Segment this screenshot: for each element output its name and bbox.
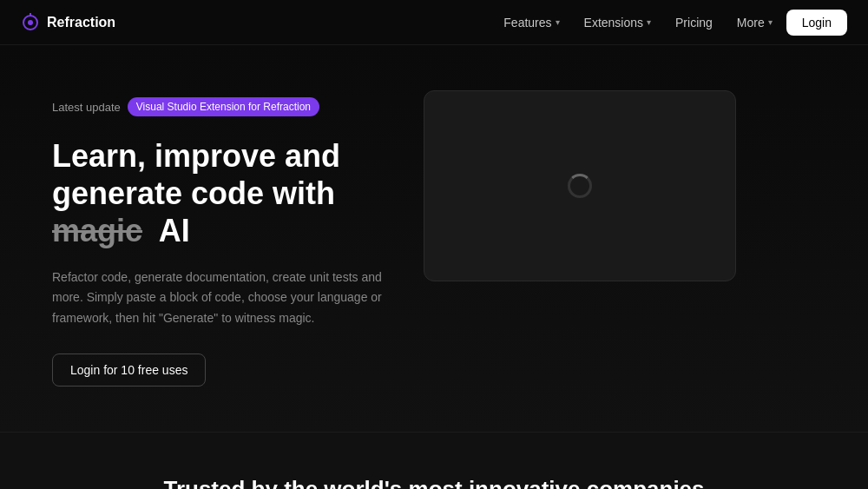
logo-icon [21,13,40,32]
trusted-section: Trusted by the world's most innovative c… [0,432,868,489]
loading-spinner [568,174,592,198]
hero-content: Latest update Visual Studio Extension fo… [52,90,382,387]
brand-name: Refraction [47,15,115,30]
chevron-down-icon: ▾ [768,17,773,27]
nav-extensions[interactable]: Extensions ▾ [574,10,661,35]
update-badge: Latest update Visual Studio Extension fo… [52,97,382,116]
badge-label: Latest update [52,101,121,114]
hero-description: Refactor code, generate documentation, c… [52,268,382,329]
login-button[interactable]: Login [786,10,847,36]
chevron-down-icon: ▾ [647,17,651,27]
badge-pill[interactable]: Visual Studio Extension for Refraction [128,97,319,116]
hero-title: Learn, improve and generate code with ma… [52,137,382,250]
nav-links: Features ▾ Extensions ▾ Pricing More ▾ L… [493,10,847,36]
hero-video [424,90,736,281]
navbar: Refraction Features ▾ Extensions ▾ Prici… [0,0,868,45]
logo[interactable]: Refraction [21,13,115,32]
chevron-down-icon: ▾ [556,17,560,27]
hero-section: Latest update Visual Studio Extension fo… [0,45,868,432]
cta-button[interactable]: Login for 10 free uses [52,354,206,387]
nav-pricing[interactable]: Pricing [665,10,723,35]
nav-more[interactable]: More ▾ [727,10,783,35]
nav-features[interactable]: Features ▾ [493,10,569,35]
svg-point-1 [28,20,33,25]
trusted-title: Trusted by the world's most innovative c… [52,476,816,489]
strikethrough-text: magic [52,213,142,248]
